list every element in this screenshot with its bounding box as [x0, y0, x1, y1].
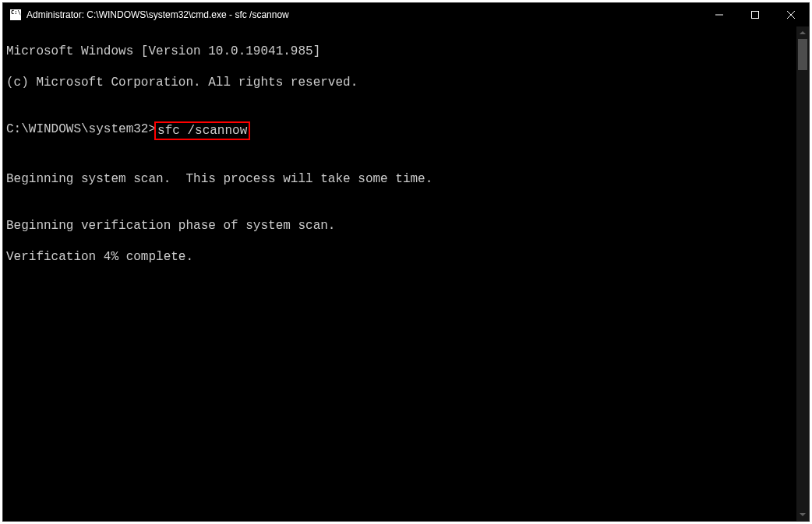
window-controls: [701, 3, 809, 26]
close-button[interactable]: [773, 3, 809, 26]
svg-rect-1: [752, 12, 759, 19]
cmd-window: Administrator: C:\WINDOWS\system32\cmd.e…: [2, 2, 810, 522]
scrollbar-up-icon[interactable]: [796, 26, 809, 39]
titlebar[interactable]: Administrator: C:\WINDOWS\system32\cmd.e…: [3, 3, 809, 26]
cmd-icon: [9, 9, 22, 21]
scrollbar[interactable]: [796, 26, 809, 521]
svg-marker-4: [800, 31, 806, 34]
scrollbar-thumb[interactable]: [798, 39, 807, 70]
minimize-button[interactable]: [701, 3, 737, 26]
output-line: (c) Microsoft Corporation. All rights re…: [6, 75, 793, 90]
output-line: Verification 4% complete.: [6, 249, 793, 265]
scrollbar-down-icon[interactable]: [796, 508, 809, 521]
command-highlight: sfc /scannow: [154, 121, 250, 140]
terminal-output[interactable]: Microsoft Windows [Version 10.0.19041.98…: [3, 26, 796, 521]
prompt: C:\WINDOWS\system32>: [6, 121, 156, 140]
content-area: Microsoft Windows [Version 10.0.19041.98…: [3, 26, 809, 521]
output-line: Beginning verification phase of system s…: [6, 218, 793, 234]
svg-marker-5: [800, 513, 806, 516]
prompt-line: C:\WINDOWS\system32>sfc /scannow: [6, 121, 793, 140]
maximize-button[interactable]: [737, 3, 773, 26]
output-line: Beginning system scan. This process will…: [6, 171, 793, 187]
output-line: Microsoft Windows [Version 10.0.19041.98…: [6, 44, 793, 59]
window-title: Administrator: C:\WINDOWS\system32\cmd.e…: [26, 9, 701, 20]
